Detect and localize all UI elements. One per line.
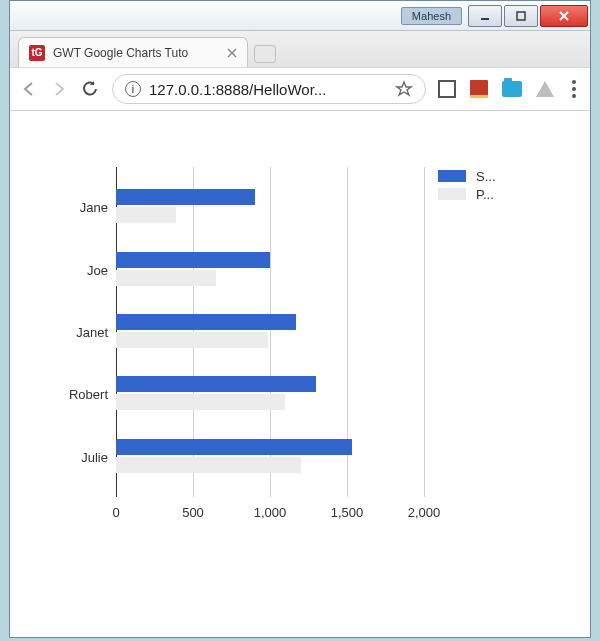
bar-chart: S... P... 05001,0001,5002,000JaneJoeJane… (38, 147, 548, 567)
chart-bar[interactable] (116, 332, 268, 348)
new-tab-button[interactable] (254, 45, 276, 63)
chart-bar[interactable] (116, 439, 352, 455)
dot-icon (572, 94, 576, 98)
browser-window: Mahesh tG GWT Google Charts Tuto i (9, 0, 591, 638)
chart-y-tick-label: Julie (38, 449, 108, 464)
tab-title: GWT Google Charts Tuto (53, 46, 219, 60)
window-titlebar: Mahesh (10, 1, 590, 31)
chart-x-tick-label: 1,000 (254, 505, 287, 520)
legend-label: P... (476, 187, 494, 202)
chart-bar-group (116, 435, 424, 479)
chart-bar[interactable] (116, 270, 216, 286)
chart-x-tick-label: 1,500 (331, 505, 364, 520)
chart-y-tick-label: Janet (38, 325, 108, 340)
reload-icon (80, 79, 100, 99)
chart-bar[interactable] (116, 189, 255, 205)
dot-icon (572, 80, 576, 84)
svg-rect-1 (517, 12, 525, 20)
chart-plot-area (116, 167, 424, 497)
chart-bar[interactable] (116, 207, 176, 223)
chart-legend: S... P... (438, 167, 538, 203)
browser-menu-button[interactable] (568, 80, 580, 98)
page-content: S... P... 05001,0001,5002,000JaneJoeJane… (10, 111, 590, 637)
arrow-right-icon (50, 80, 68, 98)
browser-tab[interactable]: tG GWT Google Charts Tuto (18, 37, 248, 67)
url-text: 127.0.0.1:8888/HelloWor... (149, 81, 387, 98)
chart-bar[interactable] (116, 252, 270, 268)
url-input[interactable]: i 127.0.0.1:8888/HelloWor... (112, 74, 426, 104)
arrow-left-icon (20, 80, 38, 98)
chart-y-tick-label: Jane (38, 200, 108, 215)
back-button[interactable] (20, 80, 38, 98)
chart-bar-group (116, 248, 424, 292)
chart-bar[interactable] (116, 394, 285, 410)
chart-x-tick-label: 500 (182, 505, 204, 520)
extension-book-icon[interactable] (470, 80, 488, 98)
legend-swatch-icon (438, 188, 466, 200)
address-bar: i 127.0.0.1:8888/HelloWor... (10, 67, 590, 111)
reload-button[interactable] (80, 79, 100, 99)
site-info-icon[interactable]: i (125, 81, 141, 97)
legend-item-s[interactable]: S... (438, 167, 538, 185)
forward-button[interactable] (50, 80, 68, 98)
chart-bar[interactable] (116, 457, 301, 473)
chart-bar-group (116, 185, 424, 229)
chart-bar[interactable] (116, 376, 316, 392)
extension-folder-icon[interactable] (502, 81, 522, 97)
chart-bar[interactable] (116, 314, 296, 330)
legend-swatch-icon (438, 170, 466, 182)
legend-item-p[interactable]: P... (438, 185, 538, 203)
extension-drive-icon[interactable] (536, 81, 554, 97)
tab-bar: tG GWT Google Charts Tuto (10, 31, 590, 67)
tab-close-icon[interactable] (227, 48, 237, 58)
maximize-button[interactable] (504, 5, 538, 27)
extension-square-icon[interactable] (438, 80, 456, 98)
maximize-icon (515, 10, 527, 22)
favicon-icon: tG (29, 45, 45, 61)
dot-icon (572, 87, 576, 91)
chart-gridline (424, 167, 425, 497)
extension-icons (438, 80, 580, 98)
legend-label: S... (476, 169, 496, 184)
close-icon (557, 9, 571, 23)
bookmark-star-icon[interactable] (395, 80, 413, 98)
chart-y-tick-label: Joe (38, 262, 108, 277)
minimize-button[interactable] (468, 5, 502, 27)
user-badge: Mahesh (401, 7, 462, 25)
chart-y-tick-label: Robert (38, 387, 108, 402)
chart-bar-group (116, 372, 424, 416)
chart-x-tick-label: 0 (112, 505, 119, 520)
chart-bar-group (116, 310, 424, 354)
chart-x-tick-label: 2,000 (408, 505, 441, 520)
minimize-icon (479, 10, 491, 22)
close-button[interactable] (540, 5, 588, 27)
